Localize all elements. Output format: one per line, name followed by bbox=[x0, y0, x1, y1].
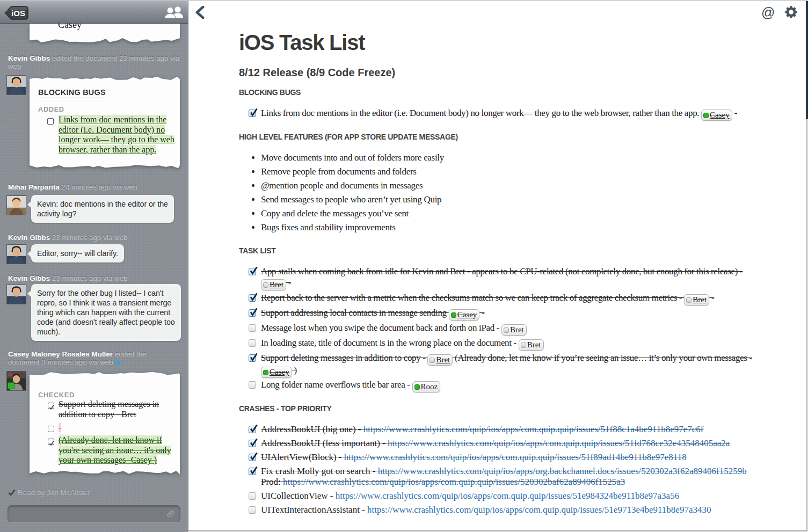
svg-text:iOS: iOS bbox=[11, 9, 25, 18]
